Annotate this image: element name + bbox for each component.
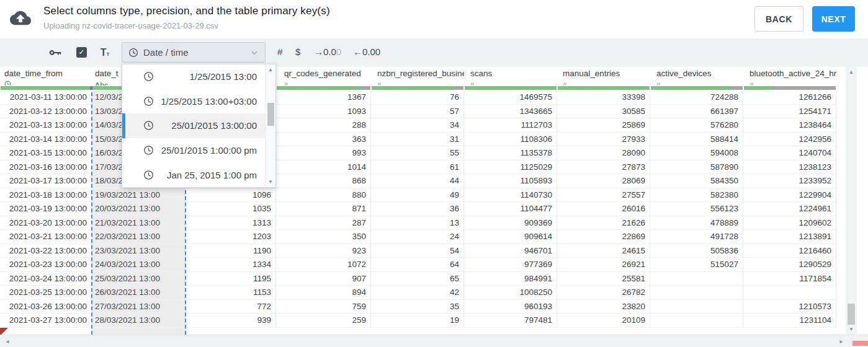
table-cell[interactable]: 576280 <box>650 118 743 132</box>
remove-decimal-button[interactable]: ←0.00 <box>353 46 380 57</box>
table-cell[interactable]: 2021-03-27 13:00:00 <box>0 314 92 327</box>
table-cell[interactable]: 49 <box>371 188 464 202</box>
table-cell[interactable]: 28090 <box>557 146 650 160</box>
table-cell[interactable]: 2021-03-12 13:00:00 <box>0 105 92 118</box>
table-cell[interactable]: 1108306 <box>464 133 557 146</box>
table-cell[interactable]: 350 <box>276 230 371 244</box>
table-cell[interactable]: 984991 <box>464 272 557 286</box>
table-cell[interactable]: 1140730 <box>464 188 557 202</box>
scroll-right-arrow[interactable]: ► <box>836 339 846 345</box>
currency-type-button[interactable]: $ <box>295 46 300 57</box>
vertical-scroll-thumb[interactable] <box>848 304 855 325</box>
table-cell[interactable]: 594008 <box>650 146 743 160</box>
scroll-down-arrow[interactable]: ▼ <box>266 179 275 185</box>
table-cell[interactable]: 1105893 <box>464 174 557 188</box>
table-cell[interactable]: 724288 <box>650 90 743 104</box>
table-cell[interactable]: 1224961 <box>743 202 836 216</box>
table-cell[interactable]: 868 <box>276 174 371 188</box>
table-cell[interactable]: 588414 <box>650 133 743 146</box>
table-cell[interactable]: 1367 <box>276 90 371 104</box>
column-header-qr_codes_generated[interactable]: qr_codes_generated# <box>276 67 371 86</box>
table-cell[interactable]: 27/03/2021 13:00 <box>92 300 186 314</box>
scroll-down-arrow[interactable]: ▼ <box>846 327 857 332</box>
table-cell[interactable]: 1072 <box>276 258 371 271</box>
table-cell[interactable]: 977369 <box>464 258 557 271</box>
table-horizontal-scrollbar[interactable]: ◄ ► <box>0 335 868 347</box>
table-cell[interactable]: 20109 <box>557 314 650 327</box>
table-cell[interactable]: 1096 <box>186 188 276 202</box>
table-cell[interactable]: 871 <box>276 202 371 216</box>
column-header-manual_entries[interactable]: manual_entries# <box>557 67 650 86</box>
table-cell[interactable]: 1261266 <box>743 90 836 104</box>
table-cell[interactable]: 894 <box>276 286 371 299</box>
table-cell[interactable]: 759 <box>276 300 371 314</box>
table-cell[interactable]: 2021-03-26 13:00:00 <box>0 300 92 314</box>
table-cell[interactable]: 54 <box>371 244 464 258</box>
column-header-date_time_from[interactable]: date_time_from <box>0 67 92 86</box>
table-cell[interactable]: 2021-03-15 13:00:00 <box>0 146 92 160</box>
table-cell[interactable]: 23/03/2021 13:00 <box>92 244 186 258</box>
format-option-selected[interactable]: 25/01/2015 13:00:00 <box>122 113 266 138</box>
table-cell[interactable]: 1209602 <box>743 216 836 230</box>
table-cell[interactable]: 993 <box>276 146 371 160</box>
table-cell[interactable]: 2021-03-11 13:00:00 <box>0 90 92 104</box>
scroll-left-arrow[interactable]: ◄ <box>2 339 12 345</box>
table-cell[interactable]: 1104477 <box>464 202 557 216</box>
table-cell[interactable]: 2021-03-19 13:00:00 <box>0 202 92 216</box>
include-checkbox[interactable]: ✓ <box>76 47 87 58</box>
table-cell[interactable]: 1093 <box>276 105 371 118</box>
table-cell[interactable]: 1213891 <box>743 230 836 244</box>
add-decimal-button[interactable]: →0.00 <box>314 46 341 57</box>
table-cell[interactable]: 939 <box>186 314 276 327</box>
table-cell[interactable]: 505836 <box>650 244 743 258</box>
text-type-button[interactable]: Tt <box>94 42 116 63</box>
table-cell[interactable]: 76 <box>371 90 464 104</box>
table-cell[interactable]: 2021-03-21 13:00:00 <box>0 230 92 244</box>
table-cell[interactable]: 1238464 <box>743 118 836 132</box>
table-cell[interactable]: 27873 <box>557 160 650 174</box>
scroll-up-arrow[interactable]: ▲ <box>266 67 275 72</box>
table-cell[interactable] <box>743 286 836 299</box>
format-option[interactable]: 1/25/2015 13:00+03:00 <box>122 89 266 114</box>
table-cell[interactable]: 1035 <box>186 202 276 216</box>
table-cell[interactable]: 797481 <box>464 314 557 327</box>
table-cell[interactable]: 61 <box>371 160 464 174</box>
next-button[interactable]: NEXT <box>812 6 855 32</box>
table-cell[interactable]: 515027 <box>650 258 743 271</box>
table-cell[interactable]: 2021-03-20 13:00:00 <box>0 216 92 230</box>
column-header-bluetooth_active_24_hr_[interactable]: bluetooth_active_24_hr_# <box>743 67 836 86</box>
table-cell[interactable]: 1153 <box>186 286 276 299</box>
table-cell[interactable]: 288 <box>276 118 371 132</box>
table-cell[interactable]: 2021-03-14 13:00:00 <box>0 133 92 146</box>
table-cell[interactable]: 13 <box>371 216 464 230</box>
format-option[interactable]: 25/01/2015 1:00:00 pm <box>122 138 266 163</box>
table-cell[interactable]: 34 <box>371 118 464 132</box>
table-cell[interactable]: 31 <box>371 133 464 146</box>
table-cell[interactable]: 556123 <box>650 202 743 216</box>
table-cell[interactable]: 25/03/2021 13:00 <box>92 272 186 286</box>
table-cell[interactable] <box>650 272 743 286</box>
table-cell[interactable]: 27557 <box>557 188 650 202</box>
back-button[interactable]: BACK <box>754 6 803 32</box>
table-cell[interactable]: 21626 <box>557 216 650 230</box>
table-cell[interactable]: 1210573 <box>743 300 836 314</box>
table-cell[interactable]: 2021-03-23 13:00:00 <box>0 258 92 271</box>
table-cell[interactable]: 772 <box>186 300 276 314</box>
table-cell[interactable]: 909614 <box>464 230 557 244</box>
table-cell[interactable]: 287 <box>276 216 371 230</box>
table-cell[interactable]: 2021-03-18 13:00:00 <box>0 188 92 202</box>
table-cell[interactable]: 26016 <box>557 202 650 216</box>
table-cell[interactable]: 1233952 <box>743 174 836 188</box>
table-cell[interactable]: 1242956 <box>743 133 836 146</box>
primary-key-icon[interactable] <box>48 46 62 61</box>
table-cell[interactable]: 19/03/2021 13:00 <box>92 188 186 202</box>
table-cell[interactable]: 1238123 <box>743 160 836 174</box>
table-cell[interactable]: 1112703 <box>464 118 557 132</box>
table-cell[interactable]: 1014 <box>276 160 371 174</box>
table-cell[interactable]: 26921 <box>557 258 650 271</box>
table-cell[interactable]: 1334 <box>186 258 276 271</box>
table-cell[interactable]: 55 <box>371 146 464 160</box>
scroll-up-arrow[interactable]: ▲ <box>846 69 857 75</box>
table-cell[interactable]: 1469575 <box>464 90 557 104</box>
table-cell[interactable]: 28/03/2021 13:00 <box>92 314 186 327</box>
